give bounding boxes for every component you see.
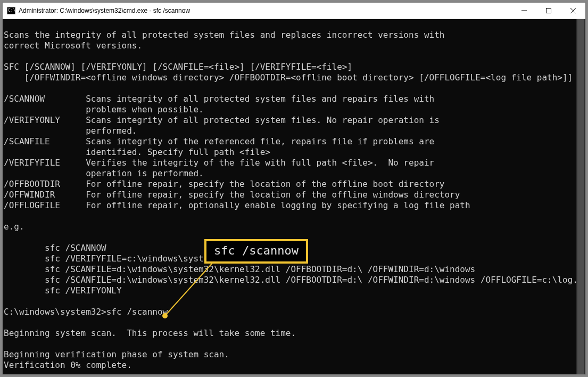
terminal-viewport[interactable]: Scans the integrity of all protected sys…: [3, 19, 576, 374]
window-title: Administrator: C:\windows\system32\cmd.e…: [19, 7, 512, 14]
term-line: correct Microsoft versions.: [4, 40, 142, 51]
term-line: /SCANFILE Scans integrity of the referen…: [4, 136, 434, 146]
term-line: performed.: [4, 126, 137, 136]
term-line: /VERIFYONLY Scans integrity of all prote…: [4, 115, 440, 125]
scrollbar-track[interactable]: [576, 19, 585, 374]
cmd-icon: C:\: [7, 6, 15, 15]
term-line: sfc /SCANNOW: [4, 243, 106, 253]
terminal-output: Scans the integrity of all protected sys…: [3, 19, 576, 371]
close-button[interactable]: [561, 3, 585, 19]
titlebar[interactable]: C:\ Administrator: C:\windows\system32\c…: [3, 3, 585, 19]
term-line: /OFFBOOTDIR For offline repair, specify …: [4, 179, 444, 189]
scrollbar-thumb[interactable]: [577, 19, 584, 374]
term-line: e.g.: [4, 222, 24, 232]
term-line: identified. Specify full path <file>: [4, 147, 270, 157]
window-controls: [512, 3, 585, 19]
term-line: [/OFFWINDIR=<offline windows directory> …: [4, 72, 573, 83]
minimize-button[interactable]: [512, 3, 536, 19]
term-line: /VERIFYFILE Verifies the integrity of th…: [4, 158, 434, 168]
term-line: operation is performed.: [4, 168, 204, 178]
term-line: Beginning system scan. This process will…: [4, 328, 296, 338]
term-line: Scans the integrity of all protected sys…: [4, 30, 444, 40]
term-line: sfc /VERIFYONLY: [4, 285, 122, 296]
term-line: SFC [/SCANNOW] [/VERIFYONLY] [/SCANFILE=…: [4, 62, 352, 72]
cmd-window: C:\ Administrator: C:\windows\system32\c…: [2, 2, 586, 375]
term-line: Beginning verification phase of system s…: [4, 349, 229, 359]
term-line: problems when possible.: [4, 104, 204, 114]
svg-rect-2: [546, 9, 551, 13]
annotation-leader-dot: [162, 313, 168, 318]
terminal-area[interactable]: Scans the integrity of all protected sys…: [3, 19, 585, 374]
term-line: C:\windows\system32>sfc /scannow: [4, 307, 168, 317]
maximize-button[interactable]: [536, 3, 561, 19]
term-line: Verification 0% complete.: [4, 360, 132, 370]
term-line: sfc /SCANFILE=d:\windows\system32\kernel…: [4, 264, 475, 274]
term-line: /OFFLOGFILE For offline repair, optional…: [4, 200, 470, 210]
term-line: /SCANNOW Scans integrity of all protecte…: [4, 94, 434, 104]
annotation-callout: sfc /scannow: [204, 239, 308, 264]
term-line: sfc /SCANFILE=d:\windows\system32\kernel…: [4, 275, 585, 285]
term-line: /OFFWINDIR For offline repair, specify t…: [4, 190, 460, 200]
svg-text:C:\: C:\: [8, 8, 15, 13]
